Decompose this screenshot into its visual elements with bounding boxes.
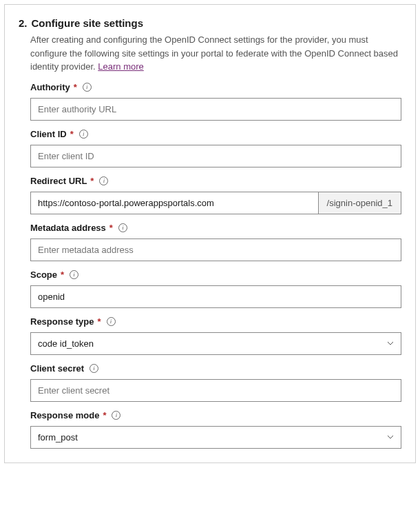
scope-label: Scope	[30, 270, 57, 280]
info-icon[interactable]: i	[83, 83, 92, 92]
scope-input[interactable]	[30, 285, 401, 308]
response-mode-label: Response mode	[30, 410, 99, 420]
info-icon[interactable]: i	[99, 176, 108, 185]
label-row-authority: Authority * i	[30, 82, 401, 92]
client-secret-input[interactable]	[30, 379, 401, 402]
client-id-label: Client ID	[30, 129, 67, 139]
redirect-url-input[interactable]	[30, 192, 318, 214]
label-row-client-secret: Client secret i	[30, 363, 401, 374]
step-title: Configure site settings	[32, 17, 144, 29]
field-client-secret: Client secret i	[30, 363, 401, 402]
label-row-response-type: Response type * i	[30, 316, 401, 327]
field-client-id: Client ID * i	[30, 129, 401, 167]
label-row-response-mode: Response mode * i	[30, 410, 401, 420]
required-indicator: *	[74, 82, 77, 92]
field-response-mode: Response mode * i form_post	[30, 410, 401, 449]
info-icon[interactable]: i	[70, 270, 78, 279]
info-icon[interactable]: i	[79, 130, 88, 139]
required-indicator: *	[61, 270, 64, 280]
field-metadata-address: Metadata address * i	[30, 223, 401, 261]
required-indicator: *	[90, 176, 94, 186]
response-type-select[interactable]: code id_token	[30, 332, 401, 355]
configure-site-settings-panel: 2. Configure site settings After creatin…	[4, 4, 416, 463]
label-row-redirect: Redirect URL * i	[30, 176, 401, 186]
redirect-url-input-group: /signin-openid_1	[30, 192, 401, 214]
response-type-select-wrap: code id_token	[30, 332, 401, 355]
required-indicator: *	[97, 316, 101, 327]
field-response-type: Response type * i code id_token	[30, 316, 401, 355]
step-description: After creating and configuring the OpenI…	[30, 33, 401, 74]
response-mode-select[interactable]: form_post	[30, 426, 401, 449]
redirect-url-suffix: /signin-openid_1	[318, 192, 401, 214]
label-row-client-id: Client ID * i	[30, 129, 401, 139]
info-icon[interactable]: i	[118, 223, 127, 232]
field-redirect-url: Redirect URL * i /signin-openid_1	[30, 176, 401, 214]
metadata-address-label: Metadata address	[30, 223, 106, 233]
required-indicator: *	[70, 129, 74, 139]
label-row-scope: Scope * i	[30, 270, 401, 280]
response-mode-select-wrap: form_post	[30, 426, 401, 449]
required-indicator: *	[109, 223, 113, 233]
required-indicator: *	[103, 410, 106, 420]
learn-more-link[interactable]: Learn more	[98, 61, 143, 72]
info-icon[interactable]: i	[107, 317, 116, 326]
field-scope: Scope * i	[30, 270, 401, 308]
info-icon[interactable]: i	[112, 411, 120, 420]
redirect-url-label: Redirect URL	[30, 176, 87, 186]
label-row-metadata: Metadata address * i	[30, 223, 401, 233]
field-authority: Authority * i	[30, 82, 401, 121]
step-description-text: After creating and configuring the OpenI…	[30, 34, 398, 72]
authority-label: Authority	[30, 82, 70, 92]
info-icon[interactable]: i	[90, 364, 98, 373]
client-id-input[interactable]	[30, 145, 401, 167]
step-number: 2.	[19, 17, 28, 29]
response-type-label: Response type	[30, 316, 94, 327]
authority-input[interactable]	[30, 98, 401, 121]
client-secret-label: Client secret	[30, 363, 84, 374]
step-heading: 2. Configure site settings	[19, 17, 401, 29]
metadata-address-input[interactable]	[30, 238, 401, 261]
